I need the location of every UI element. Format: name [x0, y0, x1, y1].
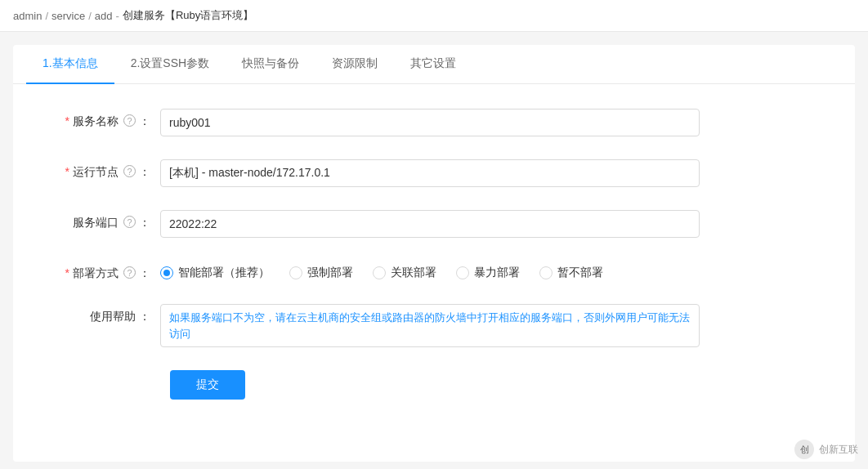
run-node-row: * 运行节点 ? ： [13, 159, 749, 187]
run-node-control [160, 159, 700, 187]
deploy-smart-radio[interactable] [160, 266, 173, 279]
breadcrumb-title: 创建服务【Ruby语言环境】 [123, 8, 253, 23]
deploy-brute-radio[interactable] [456, 266, 469, 279]
service-port-help-icon[interactable]: ? [123, 216, 136, 228]
watermark-text: 创新互联 [819, 443, 858, 457]
watermark-icon: 创 [794, 440, 814, 459]
service-name-control [160, 109, 700, 136]
service-port-row: 服务端口 ? ： [13, 210, 749, 238]
breadcrumb-add: add [95, 10, 113, 22]
breadcrumb-service[interactable]: service [51, 10, 85, 22]
submit-button[interactable]: 提交 [170, 370, 245, 400]
required-star-name: * [65, 114, 69, 127]
help-text-content: 如果服务端口不为空，请在云主机商的安全组或路由器的防火墙中打开相应的服务端口，否… [160, 304, 700, 347]
tab-resource[interactable]: 资源限制 [315, 45, 394, 84]
form-area: * 服务名称 ? ： * 运行节点 ? ： 服务端口 [13, 84, 749, 447]
breadcrumb: admin / service / add - 创建服务【Ruby语言环境】 [0, 0, 868, 32]
deploy-nodelay-radio[interactable] [539, 266, 553, 279]
service-port-label: 服务端口 ? ： [62, 210, 160, 230]
run-node-label: * 运行节点 ? ： [62, 159, 160, 180]
deploy-mode-radio-group: 智能部署（推荐） 强制部署 关联部署 暴力部署 [160, 261, 700, 280]
deploy-associate-radio[interactable] [373, 266, 386, 279]
deploy-associate-option[interactable]: 关联部署 [373, 266, 436, 280]
main-content: 1.基本信息 2.设置SSH参数 快照与备份 资源限制 其它设置 * 服务名称 … [13, 45, 855, 462]
tabs-bar: 1.基本信息 2.设置SSH参数 快照与备份 资源限制 其它设置 [13, 45, 855, 84]
required-star-node: * [65, 165, 69, 178]
deploy-mode-help-icon[interactable]: ? [123, 266, 136, 279]
service-port-control [160, 210, 700, 238]
submit-row: 提交 [13, 370, 749, 400]
service-name-input[interactable] [160, 109, 700, 136]
required-star-deploy: * [65, 266, 69, 279]
breadcrumb-sep-1: / [45, 10, 48, 22]
deploy-mode-row: * 部署方式 ? ： 智能部署（推荐） 强制部署 [13, 261, 749, 281]
breadcrumb-sep-2: / [88, 10, 92, 22]
service-name-help-icon[interactable]: ? [123, 114, 136, 127]
deploy-force-radio[interactable] [289, 266, 302, 279]
help-text-row: 使用帮助 ： 如果服务端口不为空，请在云主机商的安全组或路由器的防火墙中打开相应… [13, 304, 749, 347]
service-name-label: * 服务名称 ? ： [62, 109, 160, 129]
tab-backup[interactable]: 快照与备份 [226, 45, 315, 84]
tab-ssh[interactable]: 2.设置SSH参数 [114, 45, 226, 84]
tab-other[interactable]: 其它设置 [394, 45, 472, 84]
deploy-mode-label: * 部署方式 ? ： [62, 261, 160, 281]
tab-basic[interactable]: 1.基本信息 [26, 45, 114, 84]
breadcrumb-sep-3: - [116, 10, 119, 22]
deploy-nodelay-option[interactable]: 暂不部署 [539, 266, 603, 280]
deploy-force-option[interactable]: 强制部署 [289, 266, 353, 280]
breadcrumb-admin[interactable]: admin [13, 10, 42, 22]
service-name-row: * 服务名称 ? ： [13, 109, 749, 136]
run-node-help-icon[interactable]: ? [123, 165, 136, 177]
deploy-mode-control: 智能部署（推荐） 强制部署 关联部署 暴力部署 [160, 261, 700, 280]
service-port-input[interactable] [160, 210, 700, 238]
deploy-smart-option[interactable]: 智能部署（推荐） [160, 266, 270, 280]
run-node-input[interactable] [160, 159, 700, 187]
deploy-brute-option[interactable]: 暴力部署 [456, 266, 520, 280]
help-text-label: 使用帮助 ： [62, 304, 160, 324]
watermark: 创 创新互联 [794, 440, 858, 459]
